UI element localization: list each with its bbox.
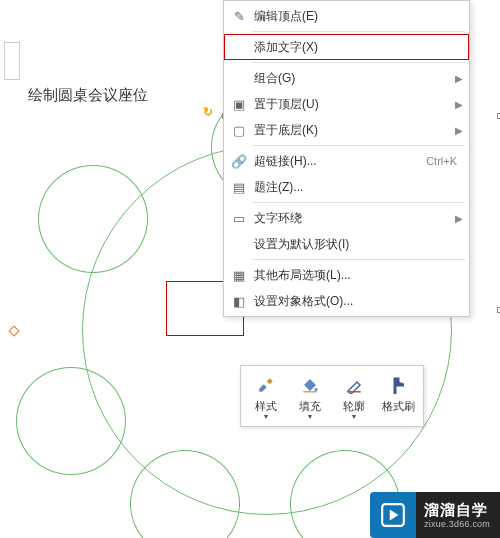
menu-send-back[interactable]: ▢ 置于底层(K) ▶ bbox=[224, 117, 469, 143]
tb-label: 格式刷 bbox=[382, 399, 415, 414]
style-button[interactable]: 样式 ▼ bbox=[244, 369, 288, 423]
tb-label: 填充 bbox=[299, 399, 321, 414]
context-menu: ✎ 编辑顶点(E) 添加文字(X) 组合(G) ▶ ▣ 置于顶层(U) ▶ ▢ … bbox=[223, 0, 470, 317]
menu-more-layout[interactable]: ▦ 其他布局选项(L)... bbox=[224, 262, 469, 288]
watermark-text: 溜溜自学 zixue.3d66.com bbox=[416, 492, 500, 538]
chevron-down-icon: ▼ bbox=[307, 413, 314, 420]
menu-separator bbox=[252, 145, 465, 146]
menu-label: 设置为默认形状(I) bbox=[250, 236, 463, 253]
bring-front-icon: ▣ bbox=[228, 97, 250, 112]
menu-label: 文字环绕 bbox=[250, 210, 451, 227]
layout-icon: ▦ bbox=[228, 268, 250, 283]
chevron-down-icon: ▼ bbox=[351, 413, 358, 420]
menu-label: 超链接(H)... bbox=[250, 153, 426, 170]
hyperlink-icon: 🔗 bbox=[228, 154, 250, 169]
menu-separator bbox=[252, 202, 465, 203]
chevron-right-icon: ▶ bbox=[451, 99, 463, 110]
menu-add-text[interactable]: 添加文字(X) bbox=[224, 34, 469, 60]
menu-text-wrap[interactable]: ▭ 文字环绕 ▶ bbox=[224, 205, 469, 231]
canvas-title: 绘制圆桌会议座位 bbox=[28, 86, 148, 105]
outline-button[interactable]: 轮廓 ▼ bbox=[332, 369, 376, 423]
menu-label: 添加文字(X) bbox=[250, 39, 463, 56]
caption-icon: ▤ bbox=[228, 180, 250, 195]
floating-toolbar: 样式 ▼ 填充 ▼ 轮廓 ▼ 格式刷 bbox=[240, 365, 424, 427]
menu-label: 置于顶层(U) bbox=[250, 96, 451, 113]
chevron-down-icon: ▼ bbox=[263, 413, 270, 420]
menu-caption[interactable]: ▤ 题注(Z)... bbox=[224, 174, 469, 200]
menu-group[interactable]: 组合(G) ▶ bbox=[224, 65, 469, 91]
fill-bucket-icon bbox=[301, 373, 319, 397]
menu-format-object[interactable]: ◧ 设置对象格式(O)... bbox=[224, 288, 469, 314]
tb-label: 轮廓 bbox=[343, 399, 365, 414]
textbox-handle[interactable] bbox=[4, 42, 20, 80]
svg-point-0 bbox=[315, 388, 318, 391]
send-back-icon: ▢ bbox=[228, 123, 250, 138]
svg-rect-2 bbox=[347, 391, 361, 393]
menu-label: 题注(Z)... bbox=[250, 179, 463, 196]
chevron-right-icon: ▶ bbox=[451, 73, 463, 84]
play-badge-icon bbox=[370, 492, 416, 538]
svg-rect-1 bbox=[303, 391, 317, 393]
watermark-sub: zixue.3d66.com bbox=[424, 519, 490, 530]
adjust-handle[interactable] bbox=[8, 325, 19, 336]
watermark: 溜溜自学 zixue.3d66.com bbox=[370, 492, 500, 538]
format-painter-button[interactable]: 格式刷 bbox=[376, 369, 420, 423]
menu-bring-front[interactable]: ▣ 置于顶层(U) ▶ bbox=[224, 91, 469, 117]
chevron-right-icon: ▶ bbox=[451, 213, 463, 224]
watermark-title: 溜溜自学 bbox=[424, 501, 490, 519]
menu-label: 置于底层(K) bbox=[250, 122, 451, 139]
seat-circle[interactable] bbox=[16, 367, 126, 475]
edit-vertex-icon: ✎ bbox=[228, 9, 250, 24]
menu-edit-vertex[interactable]: ✎ 编辑顶点(E) bbox=[224, 3, 469, 29]
menu-separator bbox=[252, 31, 465, 32]
seat-circle[interactable] bbox=[38, 165, 148, 273]
format-painter-icon bbox=[389, 373, 407, 397]
rotate-handle-icon[interactable]: ↻ bbox=[203, 105, 217, 119]
tb-label: 样式 bbox=[255, 399, 277, 414]
text-wrap-icon: ▭ bbox=[228, 211, 250, 226]
format-object-icon: ◧ bbox=[228, 294, 250, 309]
chevron-right-icon: ▶ bbox=[451, 125, 463, 136]
menu-hyperlink[interactable]: 🔗 超链接(H)... Ctrl+K bbox=[224, 148, 469, 174]
menu-label: 设置对象格式(O)... bbox=[250, 293, 463, 310]
menu-label: 编辑顶点(E) bbox=[250, 8, 463, 25]
menu-separator bbox=[252, 259, 465, 260]
fill-button[interactable]: 填充 ▼ bbox=[288, 369, 332, 423]
menu-shortcut: Ctrl+K bbox=[426, 155, 463, 167]
menu-label: 其他布局选项(L)... bbox=[250, 267, 463, 284]
menu-set-default-shape[interactable]: 设置为默认形状(I) bbox=[224, 231, 469, 257]
style-brush-icon bbox=[257, 373, 275, 397]
menu-separator bbox=[252, 62, 465, 63]
outline-pen-icon bbox=[345, 373, 363, 397]
menu-label: 组合(G) bbox=[250, 70, 451, 87]
